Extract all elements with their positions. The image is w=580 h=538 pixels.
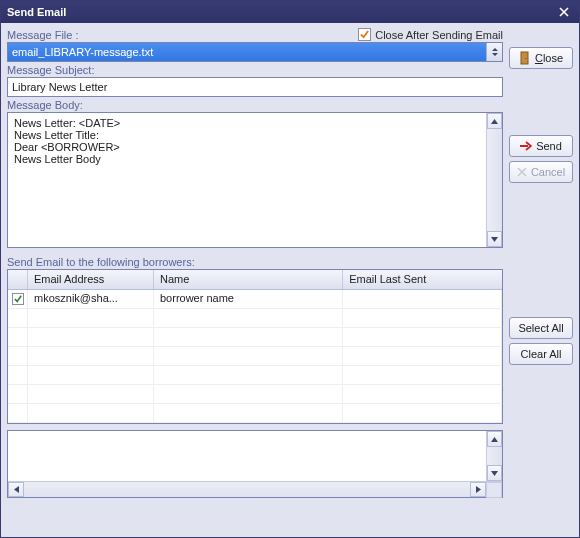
table-row[interactable]: mkosznik@sha...borrower name <box>8 290 502 309</box>
log-text[interactable] <box>8 431 486 481</box>
cell-name: borrower name <box>154 290 343 308</box>
cell-email <box>28 309 154 327</box>
close-button[interactable]: Close <box>509 47 573 69</box>
content-area: Message File : Close After Sending Email… <box>1 23 579 537</box>
cell-email <box>28 366 154 384</box>
clear-all-label: Clear All <box>521 348 562 360</box>
window-title: Send Email <box>7 6 66 18</box>
svg-rect-0 <box>521 52 528 64</box>
col-check-header[interactable] <box>8 270 28 289</box>
table-row <box>8 385 502 404</box>
cell-last-sent <box>343 328 502 346</box>
cell-email <box>28 404 154 422</box>
send-label: Send <box>536 140 562 152</box>
message-body-area: News Letter: <DATE> News Letter Title: D… <box>7 112 503 248</box>
left-column: Message File : Close After Sending Email… <box>7 27 503 531</box>
close-icon[interactable] <box>555 4 573 20</box>
door-icon <box>519 51 531 65</box>
cell-name <box>154 404 343 422</box>
log-v-scrollbar[interactable] <box>486 431 502 481</box>
cell-email <box>28 347 154 365</box>
subject-input[interactable] <box>7 77 503 97</box>
row-checkbox[interactable] <box>12 293 24 305</box>
scroll-right-icon[interactable] <box>470 482 486 497</box>
cell-name <box>154 385 343 403</box>
cell-email <box>28 385 154 403</box>
cell-last-sent <box>343 366 502 384</box>
cancel-label: Cancel <box>531 166 565 178</box>
table-row <box>8 347 502 366</box>
scroll-down-icon[interactable] <box>487 465 502 481</box>
table-body: mkosznik@sha...borrower name <box>8 290 502 423</box>
svg-rect-1 <box>525 58 526 59</box>
titlebar: Send Email <box>1 1 579 23</box>
send-email-window: Send Email Message File : Close After Se… <box>0 0 580 538</box>
message-file-label: Message File : <box>7 29 79 41</box>
cell-name <box>154 309 343 327</box>
table-row <box>8 366 502 385</box>
table-row <box>8 404 502 423</box>
clear-all-button[interactable]: Clear All <box>509 343 573 365</box>
arrow-right-icon <box>520 141 532 151</box>
col-email-header[interactable]: Email Address <box>28 270 154 289</box>
select-all-label: Select All <box>518 322 563 334</box>
log-h-scrollbar[interactable] <box>8 481 502 497</box>
scroll-up-icon[interactable] <box>487 431 502 447</box>
dropdown-chevron-icon[interactable] <box>486 43 502 61</box>
subject-label: Message Subject: <box>7 64 503 76</box>
close-after-checkbox-row[interactable]: Close After Sending Email <box>358 28 503 41</box>
scroll-up-icon[interactable] <box>487 113 502 129</box>
scroll-left-icon[interactable] <box>8 482 24 497</box>
message-body-text[interactable]: News Letter: <DATE> News Letter Title: D… <box>8 113 486 247</box>
body-scrollbar[interactable] <box>486 113 502 247</box>
scroll-corner <box>486 482 502 498</box>
table-row <box>8 328 502 347</box>
recipients-table: Email Address Name Email Last Sent mkosz… <box>7 269 503 424</box>
recipients-label: Send Email to the following borrowers: <box>7 256 503 268</box>
scroll-down-icon[interactable] <box>487 231 502 247</box>
cell-last-sent <box>343 290 502 308</box>
select-all-button[interactable]: Select All <box>509 317 573 339</box>
close-after-checkbox[interactable] <box>358 28 371 41</box>
right-column: Close Send Cancel Select All Clear <box>509 27 573 531</box>
cell-email <box>28 328 154 346</box>
table-header: Email Address Name Email Last Sent <box>8 270 502 290</box>
close-after-label: Close After Sending Email <box>375 29 503 41</box>
cell-name <box>154 366 343 384</box>
log-area <box>7 430 503 498</box>
cell-name <box>154 347 343 365</box>
scroll-track[interactable] <box>487 129 502 231</box>
send-button[interactable]: Send <box>509 135 573 157</box>
body-label: Message Body: <box>7 99 503 111</box>
message-file-value: email_LIBRARY-message.txt <box>8 43 486 61</box>
col-lastsent-header[interactable]: Email Last Sent <box>343 270 502 289</box>
cancel-icon <box>517 167 527 177</box>
cell-email: mkosznik@sha... <box>28 290 154 308</box>
cancel-button: Cancel <box>509 161 573 183</box>
cell-last-sent <box>343 385 502 403</box>
table-row <box>8 309 502 328</box>
cell-last-sent <box>343 347 502 365</box>
col-name-header[interactable]: Name <box>154 270 343 289</box>
cell-last-sent <box>343 309 502 327</box>
message-file-dropdown[interactable]: email_LIBRARY-message.txt <box>7 42 503 62</box>
cell-name <box>154 328 343 346</box>
cell-last-sent <box>343 404 502 422</box>
